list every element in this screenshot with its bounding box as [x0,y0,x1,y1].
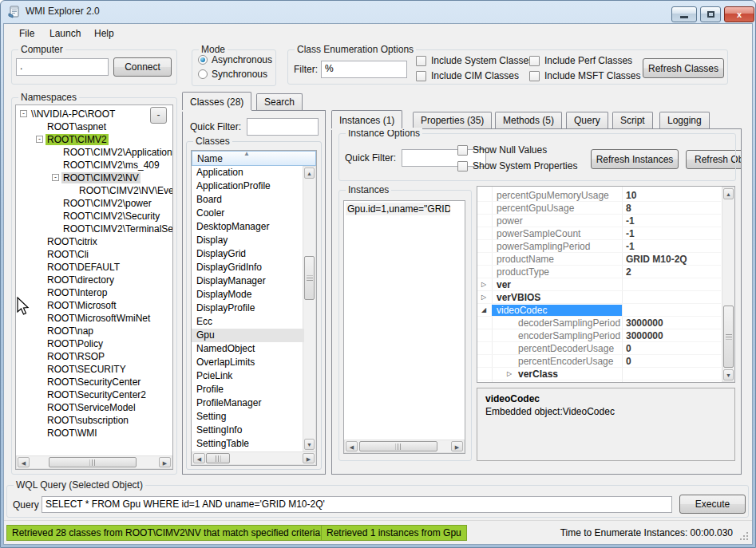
class-list-item[interactable]: Application [192,166,304,179]
tree-item[interactable]: ROOT\CIMV2\Security [16,210,172,223]
instance-item[interactable]: Gpu.id=1,uname="GRID M10-2Q" [346,203,450,215]
tree-item[interactable]: ROOT\nap [16,325,172,337]
resize-grip[interactable] [739,531,749,541]
class-list-item[interactable]: DisplayManager [192,274,304,288]
namespace-tree[interactable]: ◀ ▶ -\\NVIDIA-PC\ROOTROOT\aspnet-ROOT\CI… [15,104,173,470]
tree-item[interactable]: ROOT\WMI [16,427,172,440]
tree-item[interactable]: ROOT\Policy [16,337,172,350]
expander-expanded-icon[interactable]: ◢ [481,306,486,314]
tree-item[interactable]: ROOT\MicrosoftWmiNet [16,312,172,325]
tree-item[interactable]: ROOT\CIMV2\power [16,197,172,210]
classes-list[interactable]: Name ▲ ▲ ▼ ◀ ▶ ApplicationApplicationPro… [191,150,317,466]
tree-item[interactable]: ROOT\SecurityCenter [16,376,172,388]
class-list-item[interactable]: Gpu [192,329,304,342]
tree-hscrollbar[interactable]: ◀ ▶ [16,455,172,469]
class-list-item[interactable]: DesktopManager [192,220,304,234]
show-system-properties-label[interactable]: Show System Properties [473,160,577,171]
class-list-item[interactable]: Display [192,234,304,247]
property-row[interactable]: decoderSamplingPeriod3000000 [477,317,721,329]
maximize-button[interactable] [700,6,721,22]
tab-properties[interactable]: Properties (35) [413,112,492,128]
property-row[interactable]: productType2 [477,266,721,278]
class-list-item[interactable]: DisplayGrid [192,247,304,261]
tree-item[interactable]: -ROOT\CIMV2 [16,133,172,146]
title-bar[interactable]: WMI Explorer 2.0 x [0,0,756,23]
include-msft-classes-checkbox[interactable] [529,71,540,81]
tree-item[interactable]: ROOT\directory [16,274,172,286]
classes-hscrollbar[interactable]: ◀ ▶ [192,451,316,465]
tree-collapse-button[interactable]: - [150,107,167,124]
scroll-down-icon[interactable]: ▼ [723,369,734,380]
tree-item[interactable]: ROOT\RSOP [16,350,172,363]
property-row[interactable]: ▷verVBIOS [477,291,721,304]
computer-input[interactable]: . [16,58,109,76]
property-row[interactable]: ▷verClass [477,368,721,380]
tab-script[interactable]: Script [612,112,653,128]
menu-launch[interactable]: Launch [44,26,86,41]
property-row[interactable]: percentEncoderUsage0 [477,355,721,368]
tree-item[interactable]: -ROOT\CIMV2\NV [16,171,172,184]
expander-collapsed-icon[interactable]: ▷ [481,294,486,302]
tree-item[interactable]: ROOT\ServiceModel [16,401,172,414]
classes-vscroll-thumb[interactable] [304,256,315,300]
property-grid[interactable]: percentGpuMemoryUsage10percentGpuUsage8p… [477,186,735,383]
scroll-up-icon[interactable]: ▲ [723,188,734,199]
synchronous-label[interactable]: Synchronous [212,69,267,80]
classes-column-header[interactable]: Name ▲ [192,151,316,166]
class-list-item[interactable]: SettingInfo [192,424,304,437]
property-row[interactable]: power-1 [477,215,721,227]
show-system-properties-checkbox[interactable] [457,161,468,171]
include-system-classes-label[interactable]: Include System Classes [431,55,533,66]
class-list-item[interactable]: Board [192,193,304,207]
refresh-classes-button[interactable]: Refresh Classes [643,58,724,78]
property-row[interactable]: ▷ver [477,278,721,291]
tree-item[interactable]: ROOT\CIMV2\NV\Events [16,184,172,197]
property-row[interactable]: encoderSamplingPeriod3000000 [477,329,721,342]
tab-classes[interactable]: Classes (28) [182,92,251,110]
asynchronous-radio[interactable] [198,55,208,65]
property-row[interactable]: powerSamplingPeriod-1 [477,240,721,253]
tree-item[interactable]: ROOT\citrix [16,235,172,248]
tree-expander-icon[interactable]: - [36,136,43,143]
tree-item[interactable]: ROOT\DEFAULT [16,261,172,274]
menu-help[interactable]: Help [89,26,120,41]
scroll-up-icon[interactable]: ▲ [304,168,315,179]
tree-expander-icon[interactable]: - [20,110,27,117]
tree-item[interactable]: ROOT\CIMV2\ms_409 [16,159,172,171]
tab-search[interactable]: Search [256,93,303,110]
expander-collapsed-icon[interactable]: ▷ [481,281,486,289]
class-list-item[interactable]: OverlapLimits [192,356,304,369]
tree-item[interactable]: ROOT\Microsoft [16,299,172,312]
tab-query[interactable]: Query [566,112,608,128]
tree-expander-icon[interactable]: - [52,174,59,181]
instances-list[interactable]: Gpu.id=1,uname="GRID M10-2Q" ◀ ▶ [343,200,465,454]
scroll-right-icon[interactable]: ▶ [303,453,315,463]
query-input[interactable]: SELECT * FROM Gpu WHERE id=1 AND uname='… [42,496,672,513]
class-list-item[interactable]: SettingTable [192,437,304,451]
property-row[interactable]: percentGpuMemoryUsage10 [477,189,721,202]
class-list-item[interactable]: NamedObject [192,342,304,356]
class-list-item[interactable]: ProfileManager [192,396,304,410]
scroll-left-icon[interactable]: ◀ [18,457,30,467]
classes-vscrollbar[interactable]: ▲ ▼ [303,166,316,451]
connect-button[interactable]: Connect [113,57,172,77]
synchronous-radio[interactable] [198,69,208,79]
instances-hscrollbar[interactable]: ◀ ▶ [344,440,465,453]
execute-button[interactable]: Execute [679,495,746,514]
tree-item[interactable]: ROOT\aspnet [16,120,172,133]
class-list-item[interactable]: ApplicationProfile [192,179,304,193]
class-list-item[interactable]: DisplayGridInfo [192,261,304,274]
tree-item[interactable]: ROOT\Interop [16,286,172,299]
tree-item[interactable]: ROOT\SecurityCenter2 [16,388,172,401]
properties-vscrollbar[interactable]: ▲ ▼ [722,187,735,382]
property-row[interactable]: powerSampleCount-1 [477,227,721,240]
tab-instances[interactable]: Instances (1) [331,110,402,128]
class-list-item[interactable]: Cooler [192,207,304,220]
tree-item[interactable]: ROOT\Cli [16,248,172,261]
scroll-right-icon[interactable]: ▶ [159,457,171,467]
class-list-item[interactable]: Ecc [192,315,304,329]
menu-file[interactable]: File [14,26,40,41]
tree-item[interactable]: ROOT\CIMV2\TerminalServices [16,223,172,235]
minimize-button[interactable] [671,6,697,22]
include-cim-classes-checkbox[interactable] [416,71,426,81]
